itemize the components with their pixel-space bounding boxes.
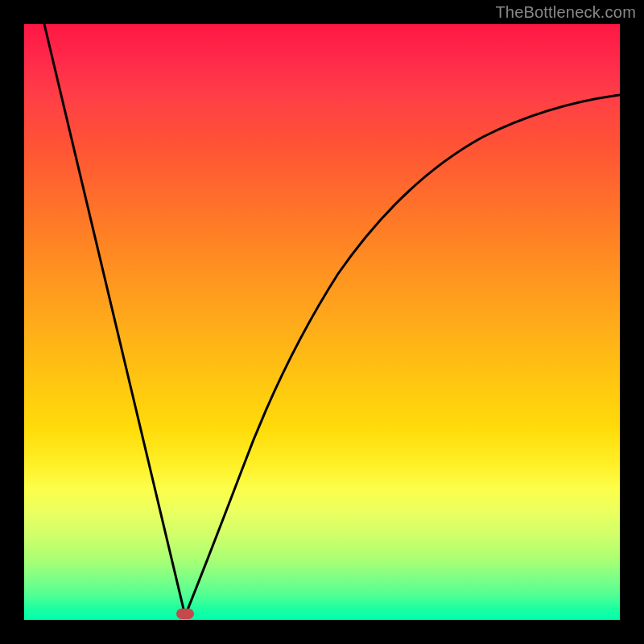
bottleneck-curve bbox=[24, 24, 620, 620]
chart-frame: TheBottleneck.com bbox=[0, 0, 644, 644]
plot-area bbox=[24, 24, 620, 620]
curve-left bbox=[44, 24, 185, 616]
watermark-text: TheBottleneck.com bbox=[495, 3, 636, 22]
curve-right bbox=[185, 95, 620, 616]
minimum-marker bbox=[176, 609, 194, 619]
